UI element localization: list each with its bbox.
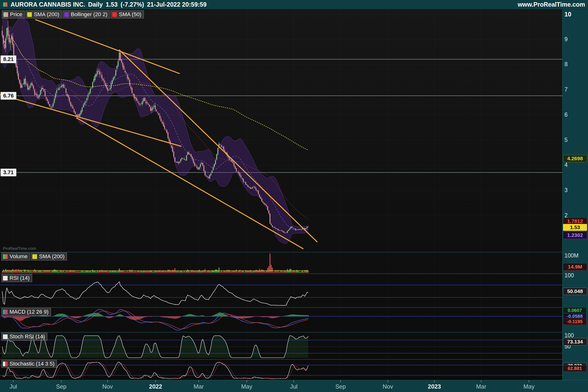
- price-badge-boll: 1.2302: [563, 232, 587, 239]
- time-axis-label: Jul: [10, 383, 17, 390]
- title-bar: AURORA CANNABIS INC. Daily 1.53 (-7.27%)…: [0, 0, 588, 9]
- time-axis-tick: [294, 380, 294, 382]
- stoch-d-badge: 62.881: [563, 365, 586, 372]
- series-color-swatch: [27, 12, 32, 17]
- time-axis-tick: [481, 380, 482, 382]
- quote-datetime: 21-Jul-2022 20:59:59: [147, 1, 206, 8]
- series-color-swatch: [3, 362, 8, 366]
- series-color-swatch: [3, 254, 8, 259]
- legend-item-price[interactable]: Price: [2, 10, 25, 18]
- stochastic-panel-legend: Stochastic (14 3 5): [2, 360, 57, 368]
- legend-label: Bollinger (20 2): [71, 11, 107, 18]
- time-axis-tick: [529, 380, 529, 382]
- time-axis-label: Nov: [383, 383, 393, 390]
- price-badge-last: 1.53: [563, 224, 587, 231]
- legend-item-bollinger-20-2[interactable]: Bollinger (20 2): [63, 10, 110, 18]
- time-axis[interactable]: JulSepNov2022MarMayJulSepNov2023MarMay: [0, 380, 588, 392]
- chart-canvas[interactable]: [0, 0, 588, 392]
- axis-tick: 8: [564, 61, 568, 68]
- main-panel-layer: [0, 10, 317, 249]
- macd-panel-layer: [0, 310, 562, 330]
- axis-tick: 3: [564, 187, 568, 194]
- watermark: ProRealTime.com: [3, 246, 36, 251]
- price-panel-legend: PriceSMA (200)Bollinger (20 2)SMA (50): [2, 10, 144, 18]
- volume-panel-legend: VolumeSMA (200): [2, 252, 67, 260]
- chart-area: AURORA CANNABIS INC. Daily 1.53 (-7.27%)…: [0, 0, 588, 392]
- time-axis-tick: [198, 380, 199, 382]
- volume-sma-badge: 14.9M: [563, 263, 587, 270]
- legend-item-volume[interactable]: Volume: [2, 252, 30, 260]
- prorealtime-window: AURORA CANNABIS INC. Daily 1.53 (-7.27%)…: [0, 0, 588, 392]
- timeframe-label: Daily: [88, 1, 103, 8]
- time-axis-tick: [340, 380, 341, 382]
- legend-label: MACD (12 26 9): [10, 309, 48, 315]
- rsi-panel-layer: [0, 282, 562, 306]
- legend-label: Volume: [10, 253, 28, 260]
- time-axis-label: May: [523, 383, 534, 390]
- legend-label: SMA (200): [34, 11, 59, 18]
- legend-item-macd-12-26-9[interactable]: MACD (12 26 9): [2, 308, 51, 316]
- instrument-name: AURORA CANNABIS INC.: [10, 1, 85, 8]
- series-color-swatch: [3, 334, 8, 339]
- axis-tick: 6: [564, 112, 568, 118]
- macd-panel-legend: MACD (12 26 9): [2, 308, 51, 316]
- axis-tick: 100: [564, 272, 574, 279]
- time-axis-tick: [61, 380, 62, 382]
- legend-item-stoch-rsi-14[interactable]: Stoch RSI (14): [2, 333, 47, 340]
- axis-tick: 7: [564, 86, 568, 93]
- legend-label: SMA (200): [39, 253, 64, 260]
- series-color-swatch: [3, 310, 8, 314]
- series-color-swatch: [3, 276, 8, 281]
- legend-item-stochastic-14-3-5[interactable]: Stochastic (14 3 5): [2, 360, 57, 368]
- support-level-label[interactable]: 3.71: [0, 168, 16, 176]
- legend-label: Price: [10, 11, 22, 18]
- legend-item-sma-200[interactable]: SMA (200): [26, 10, 62, 18]
- price-axis[interactable]: 10987654324.26981.78121.531.2302100M14.9…: [562, 9, 588, 380]
- stochrsi-value-badge: 73.134: [563, 338, 587, 346]
- legend-item-sma-200[interactable]: SMA (200): [31, 252, 67, 260]
- time-axis-tick: [434, 380, 435, 382]
- macd-hist-badge: 0.0607: [563, 307, 586, 314]
- time-axis-tick: [107, 380, 108, 382]
- macd-signal-badge: -0.1195: [563, 318, 586, 325]
- support-level-label[interactable]: 6.76: [0, 92, 16, 100]
- axis-tick: 100M: [564, 252, 579, 259]
- axis-tick: 10: [564, 11, 571, 18]
- legend-label: SMA (50): [119, 11, 141, 18]
- time-axis-tick: [13, 380, 14, 382]
- legend-label: Stochastic (14 3 5): [10, 361, 54, 367]
- series-color-swatch: [112, 12, 117, 17]
- axis-tick: 4: [564, 162, 568, 168]
- legend-item-rsi-14[interactable]: RSI (14): [2, 274, 32, 282]
- legend-label: RSI (14): [10, 275, 30, 281]
- sto-panel-layer: [0, 362, 562, 379]
- legend-item-sma-50[interactable]: SMA (50): [111, 10, 144, 18]
- last-price: 1.53: [106, 1, 118, 8]
- time-axis-label: May: [241, 383, 252, 390]
- time-axis-label: Sep: [56, 383, 67, 390]
- time-axis-label: Jul: [290, 383, 298, 390]
- time-axis-label: 2022: [149, 383, 162, 390]
- axis-tick: 5: [564, 137, 568, 143]
- legend-label: Stoch RSI (14): [10, 334, 45, 340]
- srsi-panel-layer: [0, 336, 562, 358]
- rsi-value-badge: 50.048: [563, 288, 587, 295]
- axis-tick: 9: [564, 36, 568, 43]
- price-change: (-7.27%): [120, 1, 144, 8]
- series-color-swatch: [3, 12, 8, 17]
- instrument-candle-icon: [3, 2, 8, 7]
- time-axis-label: 2023: [428, 383, 441, 390]
- time-axis-label: Mar: [194, 383, 204, 390]
- axis-tick: 100: [564, 332, 574, 339]
- time-axis-tick: [246, 380, 247, 382]
- series-color-swatch: [64, 12, 69, 17]
- time-axis-tick: [388, 380, 388, 382]
- time-axis-tick: [155, 380, 156, 382]
- time-axis-label: Nov: [102, 383, 113, 390]
- rsi-panel-legend: RSI (14): [2, 274, 32, 282]
- series-color-swatch: [32, 254, 37, 259]
- time-axis-label: Mar: [476, 383, 486, 390]
- price-badge-sma200: 4.2698: [563, 155, 587, 162]
- website-link[interactable]: www.ProRealTime.com: [518, 1, 585, 8]
- support-level-label[interactable]: 8.21: [0, 55, 16, 63]
